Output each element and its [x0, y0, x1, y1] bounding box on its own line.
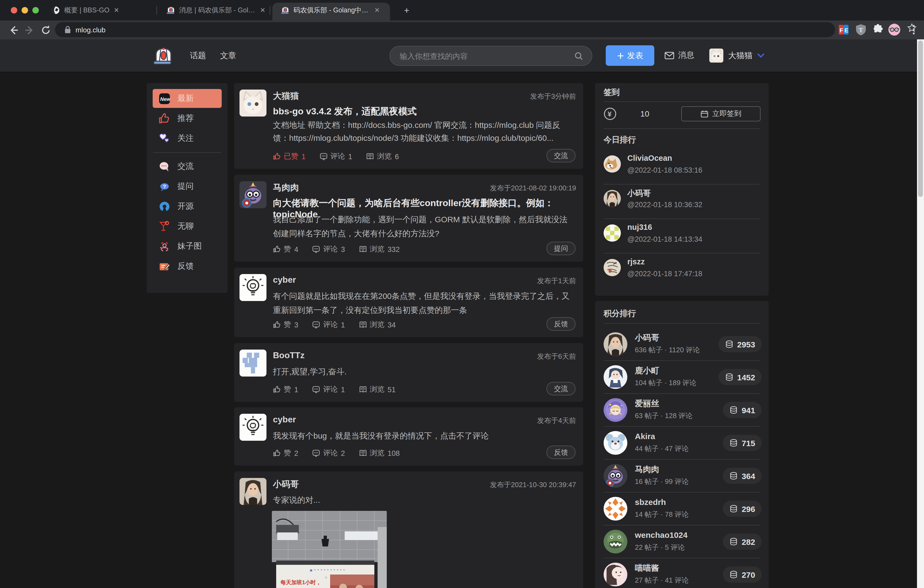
post-card[interactable]: cyber 发布于4天前 我发现有个bug，就是当我没有登录的情况下，点击不了评…: [234, 407, 583, 466]
sidebar-item-questions[interactable]: ? 提问: [153, 177, 222, 196]
rank-user-name[interactable]: rjszz: [627, 257, 645, 266]
fullscreen-window-button[interactable]: [32, 7, 39, 13]
like-button[interactable]: 赞 3: [273, 320, 298, 330]
extensions-puzzle-icon[interactable]: [872, 23, 884, 36]
post-tag[interactable]: 反馈: [546, 317, 576, 331]
nav-articles[interactable]: 文章: [220, 51, 236, 61]
new-tab-button[interactable]: +: [400, 4, 413, 17]
like-button[interactable]: 赞 1: [273, 385, 298, 394]
today-rank-row[interactable]: 小码哥 @2022-01-18 10:36:32: [604, 185, 760, 219]
tab-close-icon[interactable]: ✕: [114, 7, 119, 14]
search-input[interactable]: [390, 51, 574, 60]
sidebar-item-recommend[interactable]: 推荐: [153, 109, 222, 128]
user-menu[interactable]: 大猫猫: [710, 48, 764, 63]
avatar[interactable]: [239, 350, 266, 377]
like-button[interactable]: 已赞 1: [273, 152, 305, 161]
browser-menu-icon[interactable]: [907, 23, 920, 36]
sidebar-item-bored[interactable]: 无聊: [153, 217, 222, 236]
post-card[interactable]: 小码哥 发布于2021-10-30 20:39:47 专家说的对...: [234, 471, 583, 588]
points-user-name[interactable]: wenchao1024: [635, 530, 688, 540]
avatar[interactable]: [239, 478, 266, 505]
post-photo[interactable]: ◉ ＊＊＊＊＊＊＊＊＊＊ ＊＊、＊＊、＊＊ 每天加班1小时， 一生多活10多岁。…: [272, 511, 387, 588]
like-button[interactable]: 赞 4: [273, 244, 298, 254]
address-bar[interactable]: mlog.club: [55, 22, 835, 37]
signin-button[interactable]: 立即签到: [681, 106, 761, 121]
post-author[interactable]: BooTTz: [273, 351, 305, 360]
points-rank-row[interactable]: 鹿小町 104 帖子 · 189 评论 1452: [604, 361, 760, 394]
points-rank-row[interactable]: Akira 44 帖子 · 47 评论 715: [604, 427, 760, 459]
search-icon[interactable]: [574, 51, 583, 60]
points-rank-row[interactable]: 小码哥 636 帖子 · 1120 评论 2953: [604, 328, 760, 361]
back-button[interactable]: [7, 23, 20, 37]
points-user-name[interactable]: 鹿小町: [635, 366, 659, 376]
sidebar-item-opensource[interactable]: 开源: [153, 197, 222, 216]
post-tag[interactable]: 提问: [546, 242, 576, 255]
today-rank-row[interactable]: CliviaOcean @2022-01-18 08:53:16: [604, 150, 760, 185]
messages-link[interactable]: 消息: [665, 50, 694, 60]
sidebar-item-girls[interactable]: 妹子图: [153, 237, 222, 256]
avatar[interactable]: [239, 414, 266, 441]
post-tag[interactable]: 交流: [546, 382, 576, 395]
avatar[interactable]: [239, 181, 266, 208]
tab-active-forum[interactable]: 码农俱乐部 - Golang中国 - Go语 ✕: [280, 0, 383, 20]
comment-button[interactable]: 评论 1: [312, 320, 345, 330]
post-tag[interactable]: 反馈: [546, 446, 576, 459]
post-author[interactable]: cyber: [273, 415, 296, 424]
extension-fe-icon[interactable]: F E: [837, 23, 850, 36]
sidebar-item-feedback[interactable]: 反馈: [153, 257, 222, 276]
comment-button[interactable]: 评论 1: [320, 152, 352, 161]
coins-icon: [729, 537, 738, 546]
points-rank-row[interactable]: 爱丽丝 63 帖子 · 128 评论 941: [604, 394, 760, 427]
envelope-icon: [665, 51, 674, 59]
page-scrollbar-thumb[interactable]: [918, 40, 923, 197]
forward-button[interactable]: [23, 23, 37, 37]
avatar[interactable]: [239, 89, 266, 117]
post-author[interactable]: 小码哥: [273, 479, 299, 491]
tab-messages[interactable]: 消息 | 码农俱乐部 - Golang中国 ✕: [166, 0, 269, 20]
tab-close-icon[interactable]: ✕: [260, 7, 266, 14]
points-user-name[interactable]: 小码哥: [635, 333, 659, 343]
comment-button[interactable]: 评论 1: [312, 385, 345, 394]
post-card[interactable]: 马肉肉 发布于2021-08-02 19:00:19 向大佬请教一个问题，为啥后…: [234, 175, 583, 262]
points-user-name[interactable]: 马肉肉: [635, 464, 659, 475]
comment-button[interactable]: 评论 3: [312, 244, 345, 254]
site-logo[interactable]: [152, 48, 173, 65]
points-user-name[interactable]: 爱丽丝: [635, 399, 659, 409]
today-rank-row[interactable]: nuj316 @2022-01-18 14:13:34: [604, 219, 760, 254]
post-author[interactable]: 大猫猫: [273, 91, 299, 102]
publish-button[interactable]: 发表: [606, 45, 654, 66]
extension-shield-icon[interactable]: T: [855, 23, 867, 36]
points-rank-row[interactable]: 马肉肉 16 帖子 · 99 评论 364: [604, 459, 760, 492]
browser-profile-avatar[interactable]: [888, 23, 901, 36]
sidebar-item-following[interactable]: 关注: [153, 129, 222, 148]
post-title[interactable]: bbs-go v3.4.2 发布，适配黑夜模式: [273, 105, 574, 117]
sidebar-item-chat[interactable]: 交流: [153, 157, 222, 176]
close-window-button[interactable]: [11, 7, 17, 13]
points-user-name[interactable]: Akira: [635, 431, 655, 441]
like-button[interactable]: 赞 2: [273, 448, 298, 458]
avatar[interactable]: [239, 274, 266, 301]
points-rank-row[interactable]: wenchao1024 22 帖子 · 5 评论 282: [604, 525, 760, 558]
post-author[interactable]: 马肉肉: [273, 182, 299, 194]
minimize-window-button[interactable]: [21, 7, 28, 13]
post-card[interactable]: BooTTz 发布于6天前 打开,观望,学习,奋斗. 赞 1 评论 1 浏览 5…: [234, 343, 583, 402]
post-card[interactable]: cyber 发布于1天前 有个问题就是比如我现在在第200条点赞，但是我没有登录…: [234, 268, 583, 337]
comment-button[interactable]: 评论 2: [312, 448, 345, 458]
tab-overview[interactable]: 概要 | BBS-GO ✕: [51, 0, 159, 20]
points-rank-row[interactable]: 喵喵酱 27 帖子 · 41 评论 270: [604, 558, 760, 588]
post-tag[interactable]: 交流: [546, 149, 576, 162]
post-author[interactable]: cyber: [273, 275, 296, 285]
points-user-name[interactable]: 喵喵酱: [635, 563, 659, 573]
rank-user-name[interactable]: CliviaOcean: [627, 154, 672, 162]
nav-topics[interactable]: 话题: [190, 51, 206, 61]
reload-button[interactable]: [39, 23, 53, 37]
page-scrollbar-track[interactable]: [917, 40, 924, 588]
today-rank-row[interactable]: rjszz @2022-01-18 17:47:18: [604, 254, 760, 288]
tab-close-icon[interactable]: ✕: [375, 7, 380, 14]
points-user-name[interactable]: sbzedrh: [635, 497, 666, 507]
sidebar-item-latest[interactable]: New 最新: [153, 89, 222, 108]
rank-user-name[interactable]: nuj316: [627, 223, 652, 231]
post-card[interactable]: 大猫猫 发布于3分钟前 bbs-go v3.4.2 发布，适配黑夜模式 文档地址…: [234, 83, 583, 169]
rank-user-name[interactable]: 小码哥: [627, 188, 651, 198]
points-rank-row[interactable]: sbzedrh 14 帖子 · 78 评论 296: [604, 492, 760, 525]
